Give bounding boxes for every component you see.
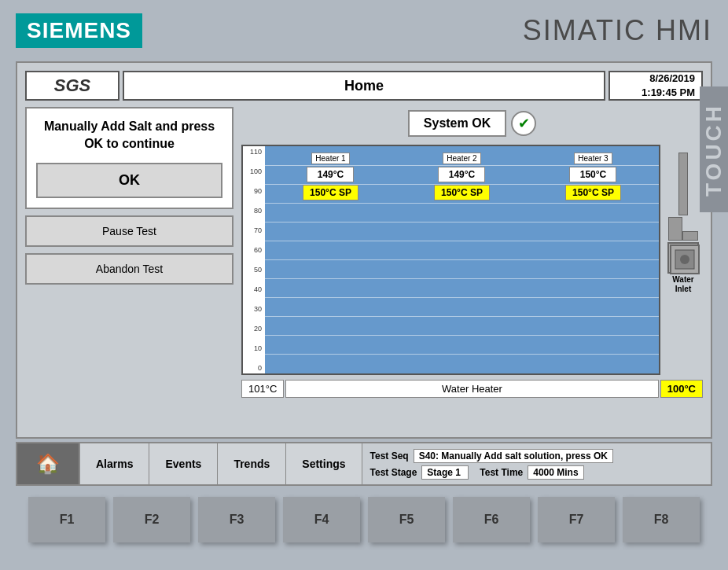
left-panel: Manually Add Salt and press OK to contin… xyxy=(25,107,233,398)
system-ok-label: System OK xyxy=(408,110,506,137)
heater-2-label: Heater 2 xyxy=(443,153,480,164)
pipe-vertical xyxy=(678,153,688,215)
test-stage-row: Test Stage Stage 1 Test Time 4000 Mins xyxy=(370,465,703,480)
check-icon: ✔ xyxy=(511,111,536,136)
heater-3-label: Heater 3 xyxy=(574,153,612,164)
settings-button[interactable]: Settings xyxy=(286,443,362,484)
fkey-f2[interactable]: F2 xyxy=(113,497,190,542)
heater-1-label: Heater 1 xyxy=(311,153,349,164)
water-inlet-label: WaterInlet xyxy=(672,275,693,294)
pipe-graphic: WaterInlet xyxy=(664,145,703,375)
chart-y-axis: 110 100 90 80 70 60 50 40 30 20 10 0 xyxy=(243,146,265,373)
test-seq-value: S40: Manually Add salt solution, press O… xyxy=(414,449,613,463)
fkey-f3[interactable]: F3 xyxy=(198,497,275,542)
home-title: Home xyxy=(123,71,605,101)
system-ok-bar: System OK ✔ xyxy=(241,107,703,140)
ok-button[interactable]: OK xyxy=(36,163,222,198)
trends-button[interactable]: Trends xyxy=(218,443,286,484)
test-time-value: 4000 Mins xyxy=(528,465,583,480)
test-stage-label: Test Stage xyxy=(370,467,417,478)
alarms-button[interactable]: Alarms xyxy=(80,443,149,484)
chart-inner: Heater 1 149°C 150°C SP Heater 2 149°C 1… xyxy=(265,146,659,373)
svg-point-2 xyxy=(680,255,689,264)
siemens-logo: SIEMENS xyxy=(16,13,142,48)
message-text: Manually Add Salt and press OK to contin… xyxy=(36,118,222,153)
heater-col-3: Heater 3 150°C 150°C SP xyxy=(565,153,621,200)
main-panel: SGS Home 8/26/2019 1:19:45 PM Manually A… xyxy=(16,61,712,439)
pause-test-button[interactable]: Pause Test xyxy=(25,215,233,247)
temp-cell-1: 101°C xyxy=(241,380,284,398)
fkey-f4[interactable]: F4 xyxy=(283,497,360,542)
fkeys-bar: F1F2F3F4F5F6F7F8 xyxy=(0,486,728,550)
heater-1-temp: 149°C xyxy=(307,167,354,182)
nav-bar: 🏠 Alarms Events Trends Settings Test Seq… xyxy=(16,442,712,486)
heater-columns: Heater 1 149°C 150°C SP Heater 2 149°C 1… xyxy=(265,146,659,373)
water-heater-label: Water Heater xyxy=(285,380,658,398)
heater-1-sp: 150°C SP xyxy=(303,185,358,200)
fkey-f8[interactable]: F8 xyxy=(623,497,700,542)
date-display: 8/26/2019 xyxy=(649,72,695,86)
test-seq-row: Test Seq S40: Manually Add salt solution… xyxy=(370,449,703,463)
events-button[interactable]: Events xyxy=(149,443,218,484)
content-area: Manually Add Salt and press OK to contin… xyxy=(25,107,703,398)
heater-3-temp: 150°C xyxy=(569,167,616,182)
fkey-f5[interactable]: F5 xyxy=(368,497,445,542)
right-panel: System OK ✔ 110 100 90 80 70 60 50 40 xyxy=(241,107,703,398)
test-stage-value: Stage 1 xyxy=(421,465,469,480)
header: SIEMENS SIMATIC HMI xyxy=(0,0,728,61)
chart-area: 110 100 90 80 70 60 50 40 30 20 10 0 xyxy=(241,145,660,375)
home-icon: 🏠 xyxy=(36,453,60,475)
fkey-f7[interactable]: F7 xyxy=(538,497,615,542)
heater-col-1: Heater 1 149°C 150°C SP xyxy=(303,153,358,200)
fkey-f6[interactable]: F6 xyxy=(453,497,530,542)
test-seq-label: Test Seq xyxy=(370,450,409,462)
datetime: 8/26/2019 1:19:45 PM xyxy=(609,71,703,101)
sgs-logo: SGS xyxy=(25,71,119,101)
test-info: Test Seq S40: Manually Add salt solution… xyxy=(362,443,711,484)
abandon-test-button[interactable]: Abandon Test xyxy=(25,253,233,285)
chart-container: 110 100 90 80 70 60 50 40 30 20 10 0 xyxy=(241,145,703,375)
simatic-title: SIMATIC HMI xyxy=(523,14,712,47)
heater-col-2: Heater 2 149°C 150°C SP xyxy=(434,153,490,200)
temp-cell-2: 100°C xyxy=(660,380,703,398)
heater-3-sp: 150°C SP xyxy=(565,185,621,200)
chart-bottom-bar: 101°C Water Heater 100°C xyxy=(241,380,703,398)
test-time-label: Test Time xyxy=(480,467,523,478)
heater-2-temp: 149°C xyxy=(438,167,485,182)
home-nav-button[interactable]: 🏠 xyxy=(17,443,80,484)
fkey-f1[interactable]: F1 xyxy=(28,497,105,542)
panel-top-bar: SGS Home 8/26/2019 1:19:45 PM xyxy=(25,71,703,101)
message-box: Manually Add Salt and press OK to contin… xyxy=(25,107,233,209)
time-display: 1:19:45 PM xyxy=(642,86,695,100)
touch-label: TOUCH xyxy=(700,86,728,212)
heater-2-sp: 150°C SP xyxy=(434,185,490,200)
pipe-box xyxy=(667,242,699,274)
